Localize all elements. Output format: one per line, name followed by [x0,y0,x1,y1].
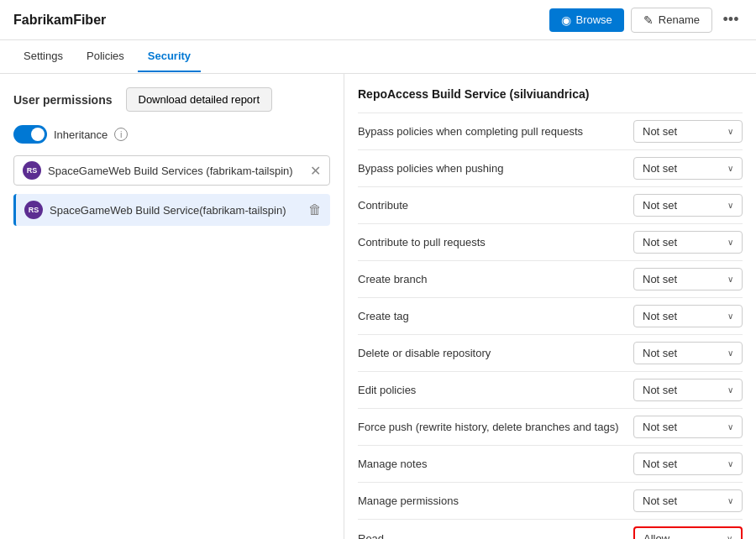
permission-value: Not set [643,125,677,138]
rename-icon: ✎ [643,13,654,27]
chevron-down-icon: ∨ [727,534,732,539]
list-item[interactable]: RS SpaceGameWeb Build Service(fabrikam-t… [13,194,330,226]
inheritance-row: Inheritance i [13,125,330,144]
table-row: Delete or disable repositoryNot set∨ [358,335,743,372]
rename-button[interactable]: ✎ Rename [631,8,712,33]
table-row: Create branchNot set∨ [358,261,743,298]
table-row: Manage notesNot set∨ [358,446,743,483]
permission-name: Manage notes [358,458,633,470]
chevron-down-icon: ∨ [727,311,733,321]
permission-value: Allow [643,532,669,539]
permission-name: Force push (rewrite history, delete bran… [358,421,633,433]
permission-name: Contribute to pull requests [358,236,633,249]
list-item-label: SpaceGameWeb Build Service(fabrikam-tail… [50,204,308,217]
left-panel: User permissions Download detailed repor… [0,74,344,539]
permission-name: Edit policies [358,384,633,396]
info-icon[interactable]: i [114,128,128,141]
list-item-avatar: RS [24,201,43,219]
permission-select[interactable]: Not set∨ [633,489,743,512]
permission-name: Contribute [358,199,633,212]
app-title: FabrikamFiber [13,13,106,28]
browse-button[interactable]: ◉ Browse [549,8,624,32]
table-row: Create tagNot set∨ [358,298,743,335]
table-row: Edit policiesNot set∨ [358,372,743,409]
permission-select[interactable]: Not set∨ [633,268,743,290]
permission-value: Not set [643,236,677,249]
permission-select[interactable]: Not set∨ [633,157,743,180]
chevron-down-icon: ∨ [727,422,733,432]
nav: Settings Policies Security [0,40,756,74]
avatar: RS [23,161,41,180]
chevron-down-icon: ∨ [727,238,733,247]
permission-value: Not set [643,162,677,175]
permission-select[interactable]: Not set∨ [633,453,743,475]
chevron-down-icon: ∨ [727,201,733,210]
panel-title: User permissions [13,93,113,107]
table-row: Bypass policies when completing pull req… [358,113,743,150]
header-right: ◉ Browse ✎ Rename ••• [549,8,743,33]
delete-icon[interactable]: 🗑 [308,202,322,217]
chevron-down-icon: ∨ [727,275,733,284]
permission-select[interactable]: Not set∨ [633,194,743,217]
nav-item-policies[interactable]: Policies [76,41,134,72]
search-box[interactable]: RS SpaceGameWeb Build Services (fabrikam… [13,155,330,186]
browse-icon: ◉ [561,13,571,27]
permission-select[interactable]: Not set∨ [633,416,743,438]
permission-name: Create branch [358,273,633,285]
right-panel: RepoAccess Build Service (silviuandrica)… [344,74,756,539]
main: User permissions Download detailed repor… [0,74,756,539]
permission-value: Not set [643,384,677,396]
table-row: Contribute to pull requestsNot set∨ [358,224,743,261]
nav-item-security[interactable]: Security [138,41,201,72]
permission-value: Not set [643,347,677,359]
permission-select[interactable]: Not set∨ [633,120,743,143]
permission-table: Bypass policies when completing pull req… [358,113,743,539]
inheritance-toggle[interactable] [13,125,47,144]
permission-name: Read [358,532,633,539]
chevron-down-icon: ∨ [727,164,733,173]
chevron-down-icon: ∨ [727,127,733,136]
chevron-down-icon: ∨ [727,385,733,395]
search-text: SpaceGameWeb Build Services (fabrikam-ta… [48,165,303,177]
permission-value: Not set [643,458,677,470]
inheritance-label: Inheritance [54,128,108,141]
permission-select[interactable]: Not set∨ [633,379,743,401]
chevron-down-icon: ∨ [727,496,733,505]
repo-title: RepoAccess Build Service (silviuandrica) [358,87,743,101]
nav-item-settings[interactable]: Settings [13,41,73,72]
permission-name: Delete or disable repository [358,347,633,359]
table-row: Manage permissionsNot set∨ [358,483,743,520]
permission-name: Manage permissions [358,495,633,507]
permission-select[interactable]: Not set∨ [633,342,743,364]
header-left: FabrikamFiber [13,13,106,28]
permission-value: Not set [643,421,677,433]
table-row: Bypass policies when pushingNot set∨ [358,150,743,187]
more-button[interactable]: ••• [719,8,743,32]
table-row: ContributeNot set∨ [358,187,743,224]
chevron-down-icon: ∨ [727,348,733,358]
permission-value: Not set [643,273,677,285]
toggle-knob [31,128,45,141]
clear-icon[interactable]: ✕ [310,163,321,179]
permission-name: Create tag [358,310,633,322]
panel-header: User permissions Download detailed repor… [13,87,330,112]
permission-value: Not set [643,310,677,322]
permission-name: Bypass policies when completing pull req… [358,125,633,138]
permission-select[interactable]: Not set∨ [633,305,743,327]
permission-select[interactable]: Not set∨ [633,231,743,254]
header: FabrikamFiber ◉ Browse ✎ Rename ••• [0,0,756,40]
chevron-down-icon: ∨ [727,459,733,468]
table-row: Force push (rewrite history, delete bran… [358,409,743,446]
permission-name: Bypass policies when pushing [358,162,633,175]
permission-value: Not set [643,199,677,212]
download-report-button[interactable]: Download detailed report [126,87,273,112]
permission-select[interactable]: Allow∨ [633,526,743,539]
permission-value: Not set [643,495,677,507]
table-row: ReadAllow∨ [358,520,743,539]
